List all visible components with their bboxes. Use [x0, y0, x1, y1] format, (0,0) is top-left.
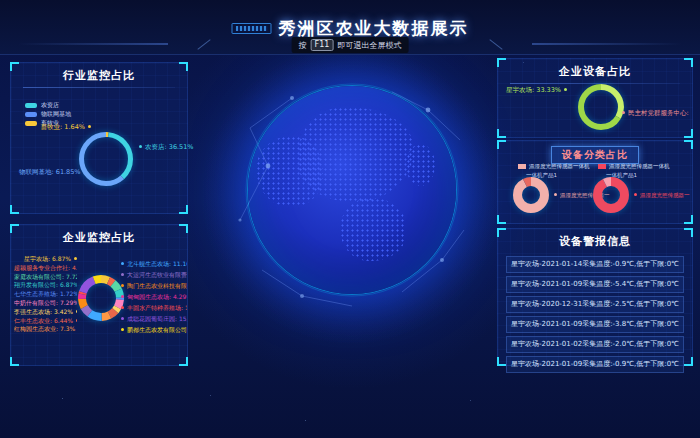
panel-title: 企业监控占比: [11, 225, 187, 245]
category-chart-right: 温湿度光照传感器一体机 一体机产品1 温湿度光照传感器一: [592, 163, 692, 223]
chart-label: 甸甸园生态农场: 4.29%: [121, 291, 187, 302]
panel-enterprise-monitor: 企业监控占比 星宇农场: 6.87% 超颖服务专业合作社: 4.72% 家庭农场…: [10, 224, 188, 366]
chart-label: 成聪花园葡萄庄园: 15.02%: [121, 313, 187, 324]
chart-label: 星宇农场: 6.87%: [14, 255, 77, 264]
dashboard: 秀洲区农业大数据展示 按 F11 即可退出全屏模式: [0, 0, 700, 438]
title-badge-icon: [232, 23, 272, 34]
chart-label: 畜牧业: 1.64%: [41, 123, 91, 131]
device-donut-chart[interactable]: [578, 84, 624, 130]
legend-label: 物联网基地: [41, 110, 71, 119]
legend-item[interactable]: 农资店: [25, 101, 71, 110]
panel-title: 行业监控占比: [11, 63, 187, 83]
header-notch-left: [197, 39, 210, 50]
panel-device-category: 设备分类占比 温湿度光照传感器一体机 一体机产品1 温湿度光照传感器一 温湿度光…: [497, 140, 693, 224]
legend-item[interactable]: 温湿度光照传感器一体机: [598, 163, 670, 170]
alarm-row: 星宇农场-2021-01-02采集温度:-2.0℃,低于下限:0℃: [506, 336, 684, 353]
chart-label: 超颖服务专业合作社: 4.72%: [14, 264, 77, 273]
legend-swatch: [25, 103, 37, 108]
chart-label: 中奶什有限公司: 7.29%: [14, 299, 77, 308]
chart-label: 星宇农场: 33.33%: [506, 86, 567, 94]
chart-label: 农资店: 36.51%: [139, 143, 194, 151]
chart-label: 温湿度光照传感器一: [634, 192, 690, 199]
header-line-left: [18, 43, 168, 45]
enterprise-labels-left: 星宇农场: 6.87% 超颖服务专业合作社: 4.72% 家庭农场有限公司: 7…: [14, 255, 77, 334]
enterprise-donut-chart[interactable]: [78, 275, 124, 321]
category-chart-left: 温湿度光照传感器一体机 一体机产品1 温湿度光照传感器一: [512, 163, 602, 223]
chart-label: 七华生态养殖场: 1.72%: [14, 290, 77, 299]
alarm-row: 星宇农场-2021-01-09采集温度:-5.4℃,低于下限:0℃: [506, 276, 684, 293]
legend-item[interactable]: 物联网基地: [25, 110, 71, 119]
tip-prefix: 按: [299, 40, 307, 51]
chart-label: 仁丰生态农业: 6.44%: [14, 317, 77, 326]
legend-label: 温湿度光照传感器一体机: [609, 163, 670, 170]
legend-label: 温湿度光照传感器一体机: [529, 163, 590, 170]
alarm-list: 星宇农场-2021-01-14采集温度:-0.9℃,低于下限:0℃ 星宇农场-2…: [498, 256, 692, 373]
chart-label: 翔升发有限公司: 6.87%: [14, 281, 77, 290]
divider: [23, 87, 175, 88]
alarm-row: 星宇农场-2021-01-14采集温度:-0.9℃,低于下限:0℃: [506, 256, 684, 273]
enterprise-labels-right: 北斗舰生态农场: 11.16% 大运河生态牧业有限责任公 陶门生态农业科技有限公…: [121, 258, 187, 335]
panel-title: 企业设备占比: [498, 59, 692, 79]
legend-swatch: [598, 164, 606, 169]
category-right-donut-chart[interactable]: [593, 177, 629, 213]
chart-label: 物联网基地: 61.85%: [19, 168, 87, 176]
alarm-row: 星宇农场-2020-12-31采集温度:-2.5℃,低于下限:0℃: [506, 296, 684, 313]
legend-swatch: [518, 164, 526, 169]
panel-enterprise-device: 企业设备占比 星宇农场: 33.33% 民主村党群服务中心:: [497, 58, 693, 138]
panel-title: 设备分类占比: [551, 146, 639, 164]
header-notch-right: [489, 39, 502, 50]
legend-swatch: [25, 121, 37, 126]
globe-visualization: [232, 70, 472, 310]
chart-label: 鹏都生态农发有限公司: 6.87%: [121, 324, 187, 335]
fullscreen-tip: 按 F11 即可退出全屏模式: [292, 37, 409, 53]
category-left-donut-chart[interactable]: [513, 177, 549, 213]
chart-label: 红梅园生态农业: 7.3%: [14, 325, 77, 334]
globe-network-lines: [232, 70, 472, 310]
alarm-row: 星宇农场-2021-01-09采集温度:-0.9℃,低于下限:0℃: [506, 356, 684, 373]
panel-title: 设备警报信息: [498, 229, 692, 249]
legend-label: 农资店: [41, 101, 59, 110]
panel-device-alarm: 设备警报信息 星宇农场-2021-01-14采集温度:-0.9℃,低于下限:0℃…: [497, 228, 693, 366]
chart-label: 丰圆水产特种养殖场: 1.: [121, 302, 187, 313]
chart-label: 李强生态农场: 3.42%: [14, 308, 77, 317]
legend-swatch: [25, 112, 37, 117]
chart-label: 北斗舰生态农场: 11.16%: [121, 258, 187, 269]
header-line-right: [532, 43, 682, 45]
chart-label: 家庭农场有限公司: 7.72%: [14, 273, 77, 282]
industry-donut-chart[interactable]: [79, 132, 133, 186]
alarm-row: 星宇农场-2021-01-09采集温度:-3.8℃,低于下限:0℃: [506, 316, 684, 333]
tip-suffix: 即可退出全屏模式: [337, 40, 401, 51]
chart-label: 陶门生态农业科技有限公: [121, 280, 187, 291]
f11-keycap: F11: [311, 39, 334, 51]
panel-industry-monitor: 行业监控占比 农资店 物联网基地 畜牧业 畜牧业: 1.64% 农资店: 36.…: [10, 62, 188, 214]
chart-label: 大运河生态牧业有限责任公: [121, 269, 187, 280]
legend-item[interactable]: 温湿度光照传感器一体机: [518, 163, 590, 170]
chart-label: 民主村党群服务中心:: [622, 109, 692, 117]
